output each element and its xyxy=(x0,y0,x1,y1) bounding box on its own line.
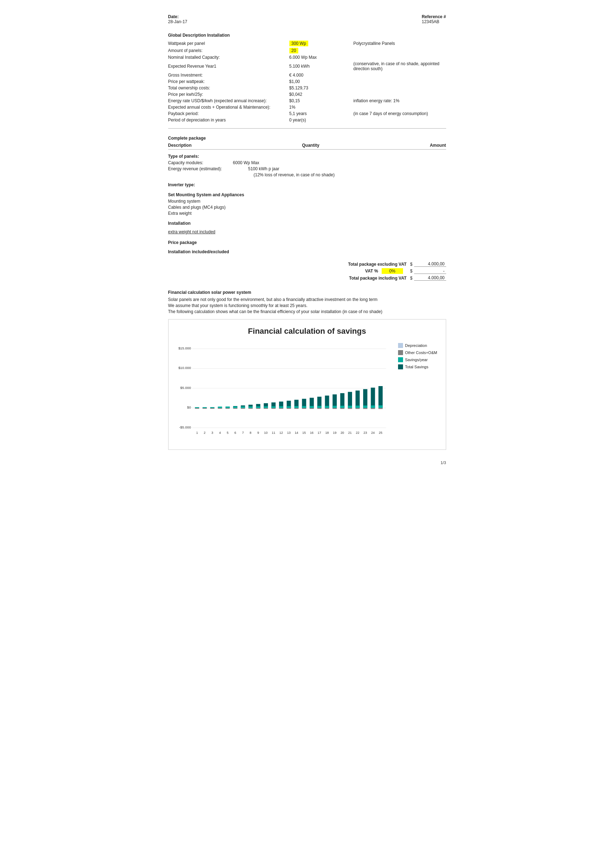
global-row-label: Price per kwh/25y: xyxy=(168,91,289,98)
svg-rect-32 xyxy=(249,406,253,408)
global-row-label: Expected Revenue Year1 xyxy=(168,60,289,72)
svg-text:9: 9 xyxy=(257,431,259,434)
svg-rect-23 xyxy=(225,406,230,408)
reference-label: Reference # xyxy=(421,14,446,19)
svg-text:$15.000: $15.000 xyxy=(178,346,191,350)
chart-main: $15.000 $10.000 $5.000 $0 -$5.000 123456… xyxy=(176,343,392,446)
svg-text:3: 3 xyxy=(211,431,213,434)
financial-line: The following calculation shows what can… xyxy=(168,309,446,314)
svg-rect-65 xyxy=(333,406,337,408)
svg-rect-59 xyxy=(317,406,322,408)
svg-text:6: 6 xyxy=(234,431,236,434)
legend-label: Savings/year xyxy=(405,358,428,362)
global-row-label: Payback period: xyxy=(168,110,289,117)
header-reference: Reference # 12345AB xyxy=(421,14,446,24)
svg-rect-78 xyxy=(363,408,367,409)
svg-rect-39 xyxy=(264,408,268,409)
global-row-label: Price per wattpeak: xyxy=(168,78,289,85)
page-number: 1/3 xyxy=(168,460,446,465)
svg-rect-44 xyxy=(279,406,283,408)
global-row-value1: $1,00 xyxy=(289,78,353,85)
legend-label: Other Costs+O&M xyxy=(405,350,437,355)
capacity-row: Capacity modules: 6000 Wp Max xyxy=(168,160,446,165)
global-row-value1: $0,042 xyxy=(289,91,353,98)
svg-rect-67 xyxy=(340,393,344,408)
svg-text:21: 21 xyxy=(348,431,352,434)
incl-vat-currency: $ xyxy=(410,276,413,281)
svg-rect-30 xyxy=(241,408,245,409)
global-row-value2: (conservative, in case of no shade, appo… xyxy=(353,60,446,72)
svg-text:15: 15 xyxy=(302,431,306,434)
svg-text:18: 18 xyxy=(325,431,328,434)
svg-rect-12 xyxy=(195,408,199,409)
vat-amount: - xyxy=(414,268,446,274)
legend-label: Depreciation xyxy=(405,343,427,348)
global-row-value2 xyxy=(353,54,446,60)
financial-title: Financial calculation solar power system xyxy=(168,290,446,295)
date-label: Date: xyxy=(168,14,187,19)
global-info-table: Wattpeak per panel300 WpPolycrystalline … xyxy=(168,40,446,123)
svg-rect-76 xyxy=(363,389,367,408)
energy-revenue-label: Energy revenue (estimated): xyxy=(168,166,222,171)
svg-rect-62 xyxy=(325,406,329,408)
svg-text:5: 5 xyxy=(227,431,229,434)
svg-rect-36 xyxy=(256,408,260,409)
global-row-value1: $0,15 xyxy=(289,98,353,104)
capacity-value: 6000 Wp Max xyxy=(233,160,260,165)
svg-rect-14 xyxy=(202,407,207,408)
legend-item: Depreciation xyxy=(398,343,439,348)
svg-rect-38 xyxy=(264,406,268,408)
inverter-label: Inverter type: xyxy=(168,182,446,188)
svg-text:4: 4 xyxy=(219,431,221,434)
col-quantity: Quantity xyxy=(302,143,320,148)
svg-text:14: 14 xyxy=(294,431,298,434)
svg-text:$0: $0 xyxy=(187,405,191,409)
vat-currency: $ xyxy=(410,268,413,274)
mounting-system: Mounting system xyxy=(168,199,446,204)
type-of-panels-label: Type of panels: xyxy=(168,154,446,159)
svg-rect-66 xyxy=(333,408,337,409)
chart-container: Financial calculation of savings $15.000… xyxy=(168,319,446,450)
installation-included: Installation included/excluded xyxy=(168,249,446,254)
global-row-value2 xyxy=(353,72,446,78)
svg-rect-17 xyxy=(210,407,214,408)
col-description: Description xyxy=(168,143,192,148)
svg-rect-29 xyxy=(241,406,245,408)
svg-rect-21 xyxy=(218,408,222,409)
global-row-label: Gross Investment: xyxy=(168,72,289,78)
global-row-value1: 5,1 years xyxy=(289,110,353,117)
svg-rect-41 xyxy=(271,406,275,408)
svg-text:16: 16 xyxy=(310,431,313,434)
svg-text:10: 10 xyxy=(264,431,267,434)
legend-item: Savings/year xyxy=(398,357,439,362)
svg-rect-77 xyxy=(363,406,367,408)
excl-vat-amount: 4.000,00 xyxy=(414,262,446,267)
legend-color-box xyxy=(398,357,403,362)
capacity-label: Capacity modules: xyxy=(168,160,204,165)
svg-rect-24 xyxy=(225,408,230,409)
legend-color-box xyxy=(398,350,403,355)
svg-rect-83 xyxy=(378,405,383,408)
price-package-label: Price package xyxy=(168,240,446,245)
global-row-value2 xyxy=(353,91,446,98)
svg-rect-33 xyxy=(249,408,253,409)
installation-label: Installation xyxy=(168,221,446,226)
chart-legend: DepreciationOther Costs+O&MSavings/yearT… xyxy=(392,343,439,372)
svg-text:23: 23 xyxy=(364,431,367,434)
vat-value[interactable]: 0% xyxy=(382,268,403,274)
svg-rect-60 xyxy=(317,408,322,409)
svg-text:7: 7 xyxy=(242,431,244,434)
svg-rect-82 xyxy=(378,386,383,408)
vat-label: VAT % xyxy=(365,268,378,274)
svg-rect-48 xyxy=(286,408,291,409)
global-row-label: Energy rate USD/$/kwh (expected annual i… xyxy=(168,98,289,104)
svg-rect-57 xyxy=(309,408,314,409)
svg-rect-71 xyxy=(348,406,352,408)
global-row-label: Nominal Installed Capacity: xyxy=(168,54,289,60)
svg-rect-75 xyxy=(355,408,359,409)
extra-weight-note: extra weight not included xyxy=(168,229,446,234)
legend-color-box xyxy=(398,343,403,348)
svg-rect-63 xyxy=(325,408,329,409)
energy-note: (12% loss of revenue, in case of no shad… xyxy=(168,172,446,177)
svg-rect-35 xyxy=(256,406,260,408)
